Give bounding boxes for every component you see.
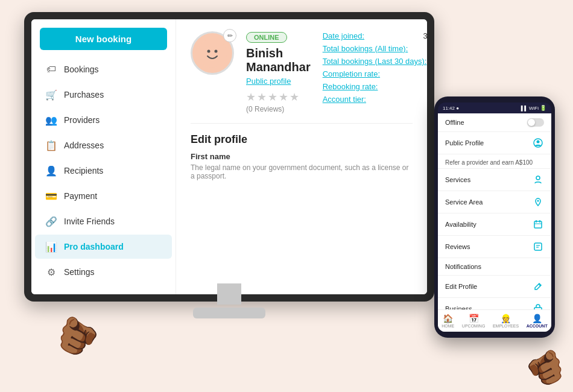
- sidebar-item-invite-friends[interactable]: 🔗 Invite Friends: [35, 209, 172, 233]
- sidebar-item-label: Recipients: [64, 166, 103, 175]
- rebooking-rate-label[interactable]: Rebooking rate:: [323, 82, 378, 91]
- avatar-edit-button[interactable]: ✏: [223, 29, 236, 42]
- edit-profile-phone-icon: [532, 280, 544, 292]
- date-joined-label: Date joined:: [323, 31, 364, 40]
- stat-date-joined: Date joined: 3 Feb: [323, 31, 427, 40]
- phone-menu-reviews[interactable]: Reviews: [438, 236, 551, 258]
- stat-total-bookings-30: Total bookings (Last 30 days):: [323, 57, 427, 66]
- profile-name: Binish Manandhar: [246, 46, 311, 74]
- phone-menu-service-area[interactable]: Service Area: [438, 191, 551, 213]
- phone-container: 11:42 ● ▌▌ WiFi 🔋 Offline: [434, 96, 555, 350]
- addresses-icon: 📋: [45, 139, 58, 152]
- svg-point-6: [537, 200, 539, 202]
- svg-point-4: [537, 141, 540, 144]
- sidebar-item-providers[interactable]: 👥 Providers: [35, 108, 172, 132]
- reviews-label: Reviews: [445, 243, 470, 250]
- availability-label: Availability: [445, 221, 476, 228]
- sidebar-item-label: Purchases: [64, 90, 104, 100]
- svg-point-2: [215, 50, 218, 53]
- sidebar-item-label: Payment: [64, 191, 97, 201]
- public-profile-link[interactable]: Public profile: [246, 77, 311, 86]
- monitor-stand-base: [193, 308, 265, 318]
- svg-point-5: [536, 176, 540, 180]
- sidebar-item-addresses[interactable]: 📋 Addresses: [35, 133, 172, 157]
- account-tier-label[interactable]: Account tier:: [323, 95, 366, 104]
- phone-tab-employees[interactable]: 👷 EMPLOYEES: [490, 312, 521, 329]
- offline-label: Offline: [445, 119, 464, 126]
- stat-account-tier: Account tier:: [323, 95, 427, 104]
- phone-tab-home[interactable]: 🏠 HOME: [439, 312, 457, 329]
- online-badge: ONLINE: [246, 32, 287, 43]
- sidebar-item-label: Settings: [64, 267, 95, 277]
- stat-rebooking: Rebooking rate:: [323, 82, 427, 91]
- sidebar-item-settings[interactable]: ⚙ Settings: [35, 260, 172, 284]
- home-tab-label: HOME: [442, 324, 454, 328]
- phone-menu-availability[interactable]: Availability: [438, 213, 551, 236]
- profile-stats: Date joined: 3 Feb Total bookings (All t…: [323, 31, 427, 104]
- sidebar-item-label: Addresses: [64, 141, 104, 150]
- service-area-icon: [532, 196, 544, 208]
- recipients-icon: 👤: [45, 164, 58, 177]
- new-booking-button[interactable]: New booking: [40, 28, 167, 50]
- sidebar: New booking 🏷 Bookings 🛒 Purchases 👥 Pro…: [31, 19, 176, 294]
- phone-menu-services[interactable]: Services: [438, 169, 551, 191]
- sidebar-item-payment[interactable]: 💳 Payment: [35, 184, 172, 208]
- first-name-hint: The legal name on your government docume…: [191, 163, 413, 180]
- edit-profile-phone-label: Edit Profile: [445, 283, 477, 290]
- phone-screen: Offline Public Profile Refer a provider …: [438, 113, 551, 332]
- notifications-label: Notifications: [445, 263, 481, 270]
- monitor-stand: [193, 283, 265, 320]
- completion-rate-label[interactable]: Completion rate:: [323, 69, 380, 78]
- monitor-stand-neck: [217, 283, 241, 305]
- total-bookings-label[interactable]: Total bookings (All time):: [323, 44, 408, 53]
- phone-bottom-bar: 🏠 HOME 📅 UPCOMING 👷 EMPLOYEES 👤 ACCOUNT: [438, 309, 551, 332]
- business-label: Business: [445, 305, 472, 309]
- status-icons: ▌▌ WiFi 🔋: [521, 105, 546, 111]
- services-label: Services: [445, 176, 470, 183]
- pro-dashboard-icon: 📊: [45, 240, 58, 253]
- phone-tab-upcoming[interactable]: 📅 UPCOMING: [460, 312, 488, 329]
- phone-menu-public-profile[interactable]: Public Profile: [438, 132, 551, 154]
- phone-menu-edit-profile[interactable]: Edit Profile: [438, 276, 551, 298]
- sidebar-item-label: Pro dashboard: [64, 242, 124, 251]
- phone-menu-business[interactable]: Business: [438, 298, 551, 309]
- svg-point-0: [198, 39, 227, 68]
- avatar-face-svg: [197, 38, 227, 68]
- settings-icon: ⚙: [45, 265, 58, 279]
- sidebar-item-pro-dashboard[interactable]: 📊 Pro dashboard: [35, 235, 172, 259]
- service-area-label: Service Area: [445, 198, 483, 206]
- sidebar-item-label: Providers: [64, 115, 100, 125]
- total-bookings-30-label[interactable]: Total bookings (Last 30 days):: [323, 57, 427, 66]
- main-content: ✏ ONLINE Binish Manandhar Public profile…: [176, 19, 427, 294]
- signal-icon: ▌▌: [521, 106, 528, 111]
- phone-refer-text: Refer a provider and earn A$100: [438, 154, 551, 169]
- employees-icon: 👷: [501, 314, 511, 323]
- employees-tab-label: EMPLOYEES: [493, 324, 519, 328]
- stat-total-bookings: Total bookings (All time):: [323, 44, 427, 53]
- wifi-icon: WiFi: [529, 106, 539, 111]
- phone-menu-offline[interactable]: Offline: [438, 113, 551, 132]
- phone-time: 11:42 ●: [443, 106, 459, 111]
- profile-header: ✏ ONLINE Binish Manandhar Public profile…: [191, 31, 413, 113]
- sidebar-item-label: Bookings: [64, 65, 99, 74]
- phone-menu-notifications[interactable]: Notifications: [438, 258, 551, 276]
- offline-toggle[interactable]: [527, 118, 544, 127]
- svg-point-1: [207, 50, 211, 53]
- monitor: New booking 🏷 Bookings 🛒 Purchases 👥 Pro…: [24, 12, 434, 338]
- public-profile-phone-label: Public Profile: [445, 139, 484, 147]
- sidebar-item-recipients[interactable]: 👤 Recipients: [35, 159, 172, 183]
- purchases-icon: 🛒: [45, 88, 58, 101]
- sidebar-item-bookings[interactable]: 🏷 Bookings: [35, 57, 172, 81]
- business-icon: [532, 303, 544, 309]
- phone-tab-account[interactable]: 👤 ACCOUNT: [524, 312, 550, 329]
- services-icon: [532, 174, 544, 186]
- phone-screen-inner: Offline Public Profile Refer a provider …: [438, 113, 551, 309]
- phone-frame: 11:42 ● ▌▌ WiFi 🔋 Offline: [434, 96, 555, 338]
- profile-info: ONLINE Binish Manandhar Public profile ★…: [246, 31, 311, 113]
- phone-status-bar: 11:42 ● ▌▌ WiFi 🔋: [438, 103, 551, 113]
- avatar-container: ✏: [191, 31, 234, 75]
- star-rating: ★★★★★: [246, 90, 311, 104]
- first-name-label: First name: [191, 152, 413, 161]
- bookings-icon: 🏷: [45, 63, 58, 76]
- sidebar-item-purchases[interactable]: 🛒 Purchases: [35, 83, 172, 107]
